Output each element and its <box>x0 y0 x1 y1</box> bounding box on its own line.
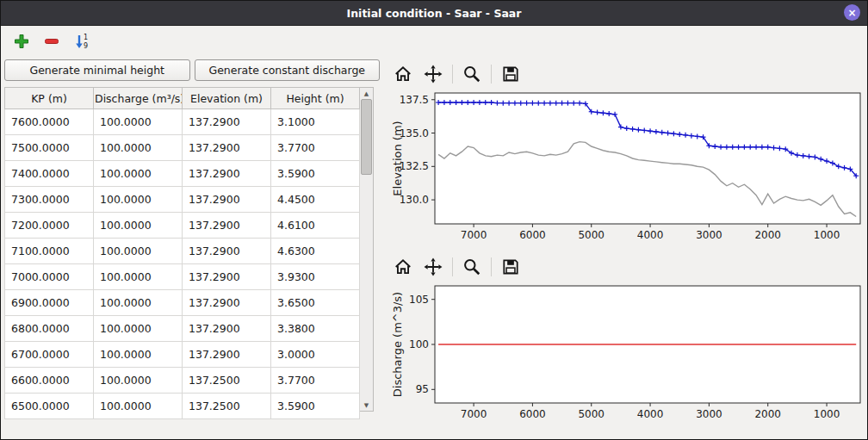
svg-text:2000: 2000 <box>754 229 781 241</box>
table-cell[interactable]: 100.0000 <box>94 264 183 290</box>
save-button[interactable] <box>499 63 522 85</box>
table-cell[interactable]: 100.0000 <box>94 161 183 187</box>
table-cell[interactable]: 137.2900 <box>183 316 271 342</box>
toolbar-separator <box>452 65 453 84</box>
table-cell[interactable]: 100.0000 <box>94 187 183 213</box>
column-header[interactable]: Height (m) <box>271 88 360 109</box>
table-cell[interactable]: 4.4500 <box>271 187 360 213</box>
pan-button[interactable] <box>422 256 444 278</box>
table-cell[interactable]: 137.2500 <box>183 394 271 419</box>
table-cell[interactable]: 137.2900 <box>183 187 271 213</box>
save-icon <box>501 257 520 276</box>
pan-button[interactable] <box>422 63 444 85</box>
table-cell[interactable]: 3.5900 <box>271 394 360 419</box>
zoom-button[interactable] <box>461 256 483 278</box>
magnifier-icon <box>462 65 481 84</box>
table-cell[interactable]: 7500.0000 <box>5 135 94 161</box>
svg-text:4000: 4000 <box>637 408 664 420</box>
table-cell[interactable]: 6900.0000 <box>5 290 94 316</box>
table-cell[interactable]: 100.0000 <box>94 213 183 239</box>
table-cell[interactable]: 137.2900 <box>183 342 271 368</box>
svg-text:1000: 1000 <box>814 408 840 420</box>
discharge-chart[interactable]: 700060005000400030002000100095100105Disc… <box>390 281 865 425</box>
table-cell[interactable]: 137.2900 <box>183 264 271 290</box>
table-cell[interactable]: 3.5900 <box>271 161 360 187</box>
left-panel: Generate minimal height Generate constan… <box>1 57 381 439</box>
table-cell[interactable]: 137.2500 <box>183 368 271 394</box>
scrollbar-track[interactable] <box>360 175 373 400</box>
table-row: 6600.0000100.0000137.25003.7700 <box>5 368 360 394</box>
table-cell[interactable]: 6800.0000 <box>5 316 94 342</box>
sort-button[interactable]: 1 9 <box>70 30 93 53</box>
table-cell[interactable]: 3.7700 <box>271 368 360 394</box>
table-cell[interactable]: 6500.0000 <box>5 394 94 419</box>
titlebar[interactable]: Initial condition - Saar - Saar × <box>1 1 867 26</box>
close-button[interactable]: × <box>844 4 860 21</box>
table-cell[interactable]: 137.2900 <box>183 135 271 161</box>
remove-row-button[interactable] <box>40 30 63 53</box>
table-cell[interactable]: 3.3800 <box>271 316 360 342</box>
table-cell[interactable]: 137.2900 <box>183 239 271 264</box>
table-cell[interactable]: 3.6500 <box>271 290 360 316</box>
svg-text:Discharge (m^3/s): Discharge (m^3/s) <box>391 292 404 397</box>
table-cell[interactable]: 100.0000 <box>94 368 183 394</box>
table-cell[interactable]: 100.0000 <box>94 109 183 135</box>
table-cell[interactable]: 100.0000 <box>94 316 183 342</box>
table-cell[interactable]: 3.9300 <box>271 264 360 290</box>
toolbar-separator <box>452 257 453 276</box>
table-cell[interactable]: 137.2900 <box>183 109 271 135</box>
table-cell[interactable]: 100.0000 <box>94 394 183 419</box>
table-cell[interactable]: 3.1000 <box>271 109 360 135</box>
table-cell[interactable]: 7200.0000 <box>5 213 94 239</box>
table-cell[interactable]: 7100.0000 <box>5 239 94 264</box>
table-cell[interactable]: 7300.0000 <box>5 187 94 213</box>
sort-numeric-icon: 1 9 <box>73 33 90 50</box>
generate-minimal-height-button[interactable]: Generate minimal height <box>4 59 190 81</box>
scroll-up-arrow[interactable]: ▲ <box>360 88 373 99</box>
home-button[interactable] <box>392 63 414 85</box>
table-cell[interactable]: 7400.0000 <box>5 161 94 187</box>
minus-icon <box>43 33 60 50</box>
table-cell[interactable]: 3.7700 <box>271 135 360 161</box>
save-icon <box>501 65 520 84</box>
svg-text:1000: 1000 <box>814 229 840 241</box>
save-button[interactable] <box>499 256 522 278</box>
table-cell[interactable]: 100.0000 <box>94 342 183 368</box>
vertical-scrollbar[interactable]: ▲ ▼ <box>360 87 374 412</box>
svg-text:5000: 5000 <box>578 408 604 420</box>
svg-text:100: 100 <box>409 338 429 350</box>
toolbar-separator <box>491 257 492 276</box>
table-row: 6700.0000100.0000137.29003.0000 <box>5 342 360 368</box>
add-row-button[interactable] <box>9 30 33 53</box>
svg-text:9: 9 <box>84 42 88 50</box>
column-header[interactable]: Elevation (m) <box>183 88 271 109</box>
table-cell[interactable]: 100.0000 <box>94 290 183 316</box>
table-cell[interactable]: 3.0000 <box>271 342 360 368</box>
table-cell[interactable]: 4.6300 <box>271 239 360 264</box>
window-title: Initial condition - Saar - Saar <box>347 7 522 20</box>
svg-text:6000: 6000 <box>519 408 546 420</box>
svg-text:1: 1 <box>84 34 88 41</box>
table-cell[interactable]: 6600.0000 <box>5 368 94 394</box>
scrollbar-thumb[interactable] <box>361 99 372 175</box>
table-cell[interactable]: 7600.0000 <box>5 109 94 135</box>
table-row: 7300.0000100.0000137.29004.4500 <box>5 187 360 213</box>
table-cell[interactable]: 4.6100 <box>271 213 360 239</box>
table-row: 6500.0000100.0000137.25003.5900 <box>5 394 360 419</box>
table-cell[interactable]: 100.0000 <box>94 135 183 161</box>
table-cell[interactable]: 137.2900 <box>183 161 271 187</box>
zoom-button[interactable] <box>461 63 483 85</box>
table-cell[interactable]: 7000.0000 <box>5 264 94 290</box>
elevation-chart[interactable]: 7000600050004000300020001000130.0132.513… <box>390 88 865 246</box>
table-cell[interactable]: 137.2900 <box>183 290 271 316</box>
main-toolbar: 1 9 <box>1 26 867 57</box>
table-row: 7600.0000100.0000137.29003.1000 <box>5 109 360 135</box>
table-cell[interactable]: 6700.0000 <box>5 342 94 368</box>
table-cell[interactable]: 137.2900 <box>183 213 271 239</box>
scroll-down-arrow[interactable]: ▼ <box>360 400 373 411</box>
generate-constant-discharge-button[interactable]: Generate constant discharge <box>195 59 381 81</box>
column-header[interactable]: KP (m) <box>5 88 94 109</box>
table-cell[interactable]: 100.0000 <box>94 239 183 264</box>
home-button[interactable] <box>392 256 414 278</box>
column-header[interactable]: Discharge (m³/s) <box>94 88 183 109</box>
